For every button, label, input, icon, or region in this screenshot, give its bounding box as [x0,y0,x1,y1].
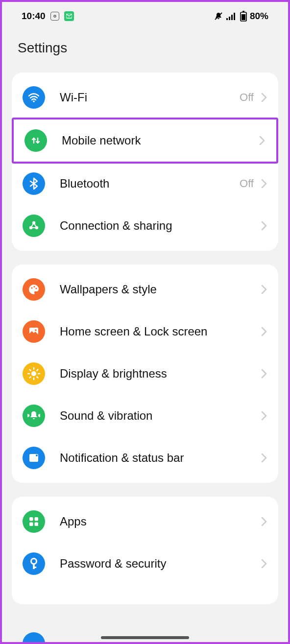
row-label: Wi-Fi [60,91,240,104]
svg-point-0 [54,15,56,17]
row-label: Bluetooth [60,177,240,191]
chevron-right-icon [261,368,267,379]
chevron-right-icon [259,135,266,146]
message-icon [64,11,74,21]
chevron-right-icon [261,558,267,569]
settings-section-apps: Apps Password & security [12,497,278,604]
home-indicator[interactable] [101,636,189,639]
row-apps[interactable]: Apps [12,501,278,543]
picture-icon [23,320,45,343]
svg-point-16 [35,287,37,289]
bluetooth-icon [23,172,45,195]
page-title: Settings [2,26,288,67]
row-mobile-network[interactable]: Mobile network [12,118,278,164]
chevron-right-icon [261,92,267,103]
chevron-right-icon [261,516,267,527]
row-status: Off [240,177,254,190]
status-time: 10:40 [22,11,46,22]
instagram-icon [50,12,59,21]
row-status: Off [240,91,254,104]
svg-rect-37 [35,523,39,526]
svg-line-27 [37,370,38,371]
svg-line-26 [30,377,31,378]
row-connection-sharing[interactable]: Connection & sharing [12,205,278,247]
key-icon [23,552,45,575]
chevron-right-icon [261,284,267,295]
settings-section-display: Wallpapers & style Home screen & Lock sc… [12,264,278,483]
row-wifi[interactable]: Wi-Fi Off [12,76,278,119]
svg-line-25 [37,377,38,378]
svg-rect-8 [242,14,245,20]
connection-icon [23,215,45,237]
bell-icon [23,405,45,427]
chevron-right-icon [261,453,267,463]
settings-section-connectivity: Wi-Fi Off Mobile network Bluetooth Off C… [12,72,278,251]
svg-point-10 [33,100,35,102]
svg-point-19 [31,371,36,376]
row-bluetooth[interactable]: Bluetooth Off [12,163,278,205]
status-right: 80% [214,11,268,22]
notification-icon [23,447,45,469]
chevron-right-icon [261,326,267,337]
battery-icon [240,11,247,22]
svg-rect-4 [229,17,230,20]
row-home-lock-screen[interactable]: Home screen & Lock screen [12,310,278,353]
svg-rect-35 [35,517,39,521]
row-display-brightness[interactable]: Display & brightness [12,353,278,395]
svg-rect-36 [29,523,33,526]
row-sound-vibration[interactable]: Sound & vibration [12,395,278,437]
row-label: Connection & sharing [60,219,261,233]
partial-row-icon [23,632,45,644]
row-label: Notification & status bar [60,451,261,465]
row-password-security[interactable]: Password & security [12,543,278,585]
svg-rect-40 [33,567,36,568]
mobile-data-icon [24,129,47,152]
svg-point-18 [35,329,37,331]
chevron-right-icon [261,178,267,189]
battery-percent: 80% [250,11,268,22]
svg-rect-34 [29,517,33,521]
svg-rect-6 [234,13,235,20]
svg-line-24 [30,370,31,371]
row-label: Sound & vibration [60,409,261,423]
svg-point-15 [33,286,35,287]
svg-rect-9 [242,11,244,12]
svg-rect-39 [33,563,35,569]
status-left: 10:40 [22,11,74,22]
row-label: Mobile network [62,134,259,147]
svg-point-14 [31,287,32,288]
row-wallpapers[interactable]: Wallpapers & style [12,268,278,310]
chevron-right-icon [261,220,267,231]
row-label: Apps [60,515,261,528]
mute-icon [214,11,223,21]
brightness-icon [23,362,45,385]
row-notification-statusbar[interactable]: Notification & status bar [12,437,278,479]
row-label: Home screen & Lock screen [60,325,261,338]
row-label: Password & security [60,557,261,571]
svg-rect-3 [226,18,228,20]
wifi-icon [23,86,45,109]
signal-icon [226,12,237,21]
row-label: Display & brightness [60,367,261,381]
palette-icon [23,278,45,301]
row-label: Wallpapers & style [60,283,261,296]
apps-icon [23,510,45,533]
svg-point-38 [31,559,37,564]
svg-point-33 [36,454,38,456]
svg-rect-5 [231,15,233,20]
status-bar: 10:40 80% [2,2,288,26]
chevron-right-icon [261,410,267,421]
